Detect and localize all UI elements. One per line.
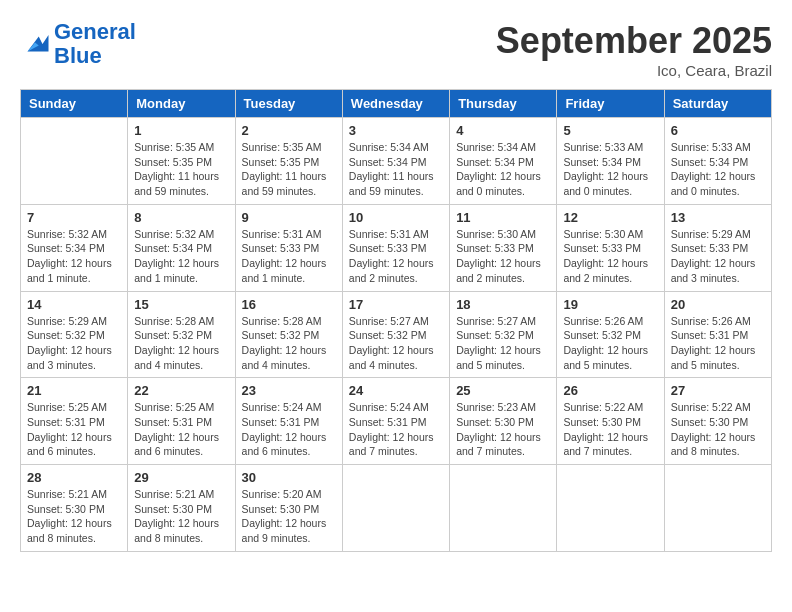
day-number: 30 [242,470,336,485]
day-number: 26 [563,383,657,398]
day-header-saturday: Saturday [664,90,771,118]
day-number: 16 [242,297,336,312]
day-number: 10 [349,210,443,225]
day-info: Sunrise: 5:31 AM Sunset: 5:33 PM Dayligh… [349,227,443,286]
calendar-week-4: 21Sunrise: 5:25 AM Sunset: 5:31 PM Dayli… [21,378,772,465]
calendar-cell: 18Sunrise: 5:27 AM Sunset: 5:32 PM Dayli… [450,291,557,378]
day-info: Sunrise: 5:24 AM Sunset: 5:31 PM Dayligh… [349,400,443,459]
calendar-week-2: 7Sunrise: 5:32 AM Sunset: 5:34 PM Daylig… [21,204,772,291]
calendar-cell [342,465,449,552]
day-number: 21 [27,383,121,398]
calendar-week-1: 1Sunrise: 5:35 AM Sunset: 5:35 PM Daylig… [21,118,772,205]
day-number: 2 [242,123,336,138]
calendar-cell: 6Sunrise: 5:33 AM Sunset: 5:34 PM Daylig… [664,118,771,205]
day-header-wednesday: Wednesday [342,90,449,118]
day-info: Sunrise: 5:26 AM Sunset: 5:31 PM Dayligh… [671,314,765,373]
day-info: Sunrise: 5:31 AM Sunset: 5:33 PM Dayligh… [242,227,336,286]
day-number: 25 [456,383,550,398]
day-number: 18 [456,297,550,312]
calendar-cell: 14Sunrise: 5:29 AM Sunset: 5:32 PM Dayli… [21,291,128,378]
day-number: 14 [27,297,121,312]
calendar-cell: 10Sunrise: 5:31 AM Sunset: 5:33 PM Dayli… [342,204,449,291]
calendar-cell: 2Sunrise: 5:35 AM Sunset: 5:35 PM Daylig… [235,118,342,205]
day-info: Sunrise: 5:24 AM Sunset: 5:31 PM Dayligh… [242,400,336,459]
day-header-tuesday: Tuesday [235,90,342,118]
day-info: Sunrise: 5:26 AM Sunset: 5:32 PM Dayligh… [563,314,657,373]
day-number: 13 [671,210,765,225]
calendar-subtitle: Ico, Ceara, Brazil [496,62,772,79]
calendar-cell: 19Sunrise: 5:26 AM Sunset: 5:32 PM Dayli… [557,291,664,378]
day-info: Sunrise: 5:25 AM Sunset: 5:31 PM Dayligh… [134,400,228,459]
calendar-cell: 24Sunrise: 5:24 AM Sunset: 5:31 PM Dayli… [342,378,449,465]
day-info: Sunrise: 5:32 AM Sunset: 5:34 PM Dayligh… [134,227,228,286]
calendar-cell: 25Sunrise: 5:23 AM Sunset: 5:30 PM Dayli… [450,378,557,465]
day-info: Sunrise: 5:22 AM Sunset: 5:30 PM Dayligh… [671,400,765,459]
day-info: Sunrise: 5:34 AM Sunset: 5:34 PM Dayligh… [456,140,550,199]
day-number: 29 [134,470,228,485]
calendar-cell: 7Sunrise: 5:32 AM Sunset: 5:34 PM Daylig… [21,204,128,291]
calendar-cell: 13Sunrise: 5:29 AM Sunset: 5:33 PM Dayli… [664,204,771,291]
calendar-cell: 21Sunrise: 5:25 AM Sunset: 5:31 PM Dayli… [21,378,128,465]
day-number: 5 [563,123,657,138]
day-number: 1 [134,123,228,138]
calendar-cell: 28Sunrise: 5:21 AM Sunset: 5:30 PM Dayli… [21,465,128,552]
day-info: Sunrise: 5:32 AM Sunset: 5:34 PM Dayligh… [27,227,121,286]
calendar-cell: 11Sunrise: 5:30 AM Sunset: 5:33 PM Dayli… [450,204,557,291]
day-number: 19 [563,297,657,312]
day-number: 8 [134,210,228,225]
day-header-sunday: Sunday [21,90,128,118]
day-info: Sunrise: 5:20 AM Sunset: 5:30 PM Dayligh… [242,487,336,546]
day-info: Sunrise: 5:30 AM Sunset: 5:33 PM Dayligh… [563,227,657,286]
day-number: 12 [563,210,657,225]
calendar-cell: 16Sunrise: 5:28 AM Sunset: 5:32 PM Dayli… [235,291,342,378]
day-number: 24 [349,383,443,398]
calendar-cell [450,465,557,552]
calendar-cell: 8Sunrise: 5:32 AM Sunset: 5:34 PM Daylig… [128,204,235,291]
day-number: 23 [242,383,336,398]
day-number: 22 [134,383,228,398]
day-info: Sunrise: 5:28 AM Sunset: 5:32 PM Dayligh… [242,314,336,373]
title-area: September 2025 Ico, Ceara, Brazil [496,20,772,79]
calendar-cell: 30Sunrise: 5:20 AM Sunset: 5:30 PM Dayli… [235,465,342,552]
day-info: Sunrise: 5:23 AM Sunset: 5:30 PM Dayligh… [456,400,550,459]
day-number: 15 [134,297,228,312]
day-info: Sunrise: 5:33 AM Sunset: 5:34 PM Dayligh… [671,140,765,199]
calendar-cell: 26Sunrise: 5:22 AM Sunset: 5:30 PM Dayli… [557,378,664,465]
day-number: 4 [456,123,550,138]
logo-icon [20,29,50,59]
calendar-header-row: SundayMondayTuesdayWednesdayThursdayFrid… [21,90,772,118]
calendar-cell: 15Sunrise: 5:28 AM Sunset: 5:32 PM Dayli… [128,291,235,378]
day-number: 6 [671,123,765,138]
logo-text: General Blue [54,20,136,68]
day-number: 3 [349,123,443,138]
day-info: Sunrise: 5:21 AM Sunset: 5:30 PM Dayligh… [27,487,121,546]
calendar-week-5: 28Sunrise: 5:21 AM Sunset: 5:30 PM Dayli… [21,465,772,552]
day-number: 7 [27,210,121,225]
logo: General Blue [20,20,136,68]
day-info: Sunrise: 5:28 AM Sunset: 5:32 PM Dayligh… [134,314,228,373]
calendar-cell: 4Sunrise: 5:34 AM Sunset: 5:34 PM Daylig… [450,118,557,205]
day-number: 17 [349,297,443,312]
calendar-cell: 29Sunrise: 5:21 AM Sunset: 5:30 PM Dayli… [128,465,235,552]
calendar-cell: 3Sunrise: 5:34 AM Sunset: 5:34 PM Daylig… [342,118,449,205]
calendar-cell: 27Sunrise: 5:22 AM Sunset: 5:30 PM Dayli… [664,378,771,465]
calendar-cell [664,465,771,552]
day-info: Sunrise: 5:30 AM Sunset: 5:33 PM Dayligh… [456,227,550,286]
calendar-table: SundayMondayTuesdayWednesdayThursdayFrid… [20,89,772,552]
calendar-cell: 23Sunrise: 5:24 AM Sunset: 5:31 PM Dayli… [235,378,342,465]
calendar-title: September 2025 [496,20,772,62]
day-info: Sunrise: 5:27 AM Sunset: 5:32 PM Dayligh… [349,314,443,373]
calendar-cell: 5Sunrise: 5:33 AM Sunset: 5:34 PM Daylig… [557,118,664,205]
header: General Blue September 2025 Ico, Ceara, … [20,20,772,79]
day-info: Sunrise: 5:29 AM Sunset: 5:33 PM Dayligh… [671,227,765,286]
day-info: Sunrise: 5:21 AM Sunset: 5:30 PM Dayligh… [134,487,228,546]
day-header-monday: Monday [128,90,235,118]
day-header-friday: Friday [557,90,664,118]
day-info: Sunrise: 5:29 AM Sunset: 5:32 PM Dayligh… [27,314,121,373]
day-info: Sunrise: 5:35 AM Sunset: 5:35 PM Dayligh… [242,140,336,199]
day-info: Sunrise: 5:33 AM Sunset: 5:34 PM Dayligh… [563,140,657,199]
day-number: 9 [242,210,336,225]
day-number: 20 [671,297,765,312]
day-info: Sunrise: 5:34 AM Sunset: 5:34 PM Dayligh… [349,140,443,199]
calendar-cell [21,118,128,205]
